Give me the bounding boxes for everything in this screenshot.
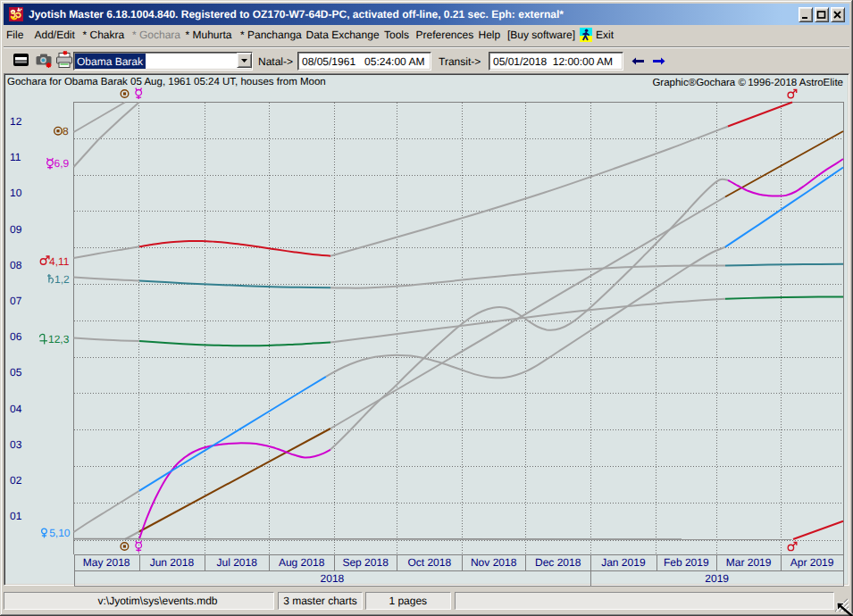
svg-text:6,9: 6,9 [54, 157, 70, 170]
svg-text:1,2: 1,2 [54, 273, 70, 286]
svg-text:8: 8 [63, 125, 69, 137]
svg-text:12,3: 12,3 [48, 333, 70, 345]
svg-text:5,10: 5,10 [49, 527, 71, 539]
svg-text:4,11: 4,11 [49, 255, 70, 268]
